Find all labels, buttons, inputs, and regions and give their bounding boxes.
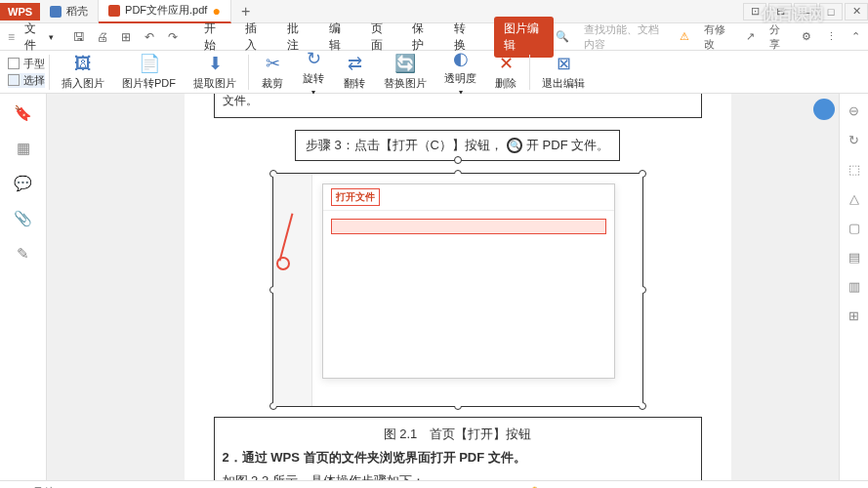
replace-image-tool[interactable]: 🔄替换图片	[376, 53, 434, 91]
user-avatar[interactable]	[813, 99, 835, 120]
quick-access: 🖫 🖨 ⊞ ↶ ↷	[71, 29, 181, 45]
rotate-tool[interactable]: ↻旋转▾	[294, 48, 333, 97]
opacity-tool[interactable]: ◐透明度▾	[436, 48, 484, 97]
inner-sidebar	[273, 174, 312, 406]
tab-start[interactable]: 开始	[202, 17, 227, 58]
delete-icon: ✕	[494, 53, 517, 74]
attachment-icon[interactable]: 📎	[14, 209, 33, 228]
img-to-pdf-icon: 📄	[138, 53, 161, 74]
tab-insert[interactable]: 插入	[243, 17, 268, 58]
replace-icon: 🔄	[393, 53, 417, 74]
list-icon[interactable]: ▥	[846, 277, 863, 295]
figure-caption: 图 2.1 首页【打开】按钮	[223, 426, 693, 443]
crop-icon[interactable]: ⬚	[846, 160, 863, 178]
menubar: ≡ 文件 ▾ 🖫 🖨 ⊞ ↶ ↷ 开始 插入 批注 编辑 页面 保护 转换 图片…	[0, 23, 868, 51]
step-text-a: 步骤 3：点击【打开（C）】按钮，	[306, 137, 503, 154]
document-viewport[interactable]: ⊖ ↻ ⬚ △ ▢ ▤ ▥ ⊞ 文件。 步骤 3：点击【打开（C）】按钮， 🔍 …	[47, 94, 868, 480]
file-label: 文件	[24, 20, 46, 54]
hand-tool[interactable]: 手型	[8, 57, 45, 71]
search-icon[interactable]: 🔍	[556, 30, 569, 43]
extract-image-tool[interactable]: ⬇提取图片	[186, 53, 244, 91]
daoke-icon	[50, 6, 62, 18]
menu-right: 🔍 查找功能、文档内容 ⚠ 有修改 ↗ 分享 ⚙ ⋮ ⌃	[556, 22, 860, 52]
redo-icon[interactable]: ↷	[165, 29, 181, 45]
warning-icon: ⚠	[680, 30, 689, 43]
exit-icon: ⊠	[552, 53, 575, 74]
step-text-b: 开 PDF 文件。	[526, 137, 609, 154]
text-line: 文件。	[223, 94, 693, 109]
annotation-circle	[276, 257, 290, 270]
tab-label: 稻壳	[66, 4, 88, 19]
caption-box: 图 2.1 首页【打开】按钮 2．通过 WPS 首页的文件夹浏览界面打开 PDF…	[214, 417, 702, 480]
chevron-down-icon: ▾	[49, 32, 54, 42]
signature-icon[interactable]: ✎	[14, 244, 33, 264]
insert-image-tool[interactable]: 🖼插入图片	[54, 53, 112, 91]
dialog-title: 打开文件	[323, 184, 614, 211]
exit-edit-tool[interactable]: ⊠退出编辑	[534, 53, 593, 91]
file-list	[323, 211, 614, 256]
embedded-screenshot: 打开文件	[273, 174, 642, 406]
right-sidebar: ⊖ ↻ ⬚ △ ▢ ▤ ▥ ⊞	[839, 94, 868, 480]
modified-label: 有修改	[704, 22, 731, 52]
share-icon[interactable]: ↗	[746, 30, 755, 43]
save-icon[interactable]: 🖫	[71, 29, 87, 45]
hand-icon	[8, 58, 20, 69]
rotate-icon: ↻	[302, 48, 325, 69]
opacity-icon: ◐	[449, 48, 473, 69]
menu-grip-icon: ≡	[8, 30, 15, 44]
undo-icon[interactable]: ↶	[142, 29, 157, 45]
expand-icon[interactable]: ⌃	[851, 30, 860, 43]
toolbar: 手型 选择 🖼插入图片 📄图片转PDF ⬇提取图片 ✂裁剪 ↻旋转▾ ⇄翻转 🔄…	[0, 51, 868, 94]
pdf-page: 文件。 步骤 3：点击【打开（C）】按钮， 🔍 开 PDF 文件。	[185, 94, 731, 480]
main-area: 🔖 ▦ 💬 📎 ✎ ⊖ ↻ ⬚ △ ▢ ▤ ▥ ⊞ 文件。 步骤 3：点击【打开…	[0, 94, 868, 480]
settings-icon[interactable]: ⚙	[802, 30, 811, 43]
file-row-selected	[331, 219, 606, 234]
magnifier-icon: 🔍	[507, 138, 522, 153]
left-sidebar: 🔖 ▦ 💬 📎 ✎	[0, 94, 47, 480]
bookmark-icon[interactable]: 🔖	[14, 103, 33, 123]
caption-bold: 2．通过 WPS 首页的文件夹浏览界面打开 PDF 文件。	[223, 449, 693, 467]
comment-icon[interactable]: 💬	[14, 174, 33, 193]
tab-image-edit[interactable]: 图片编辑	[494, 17, 554, 58]
search-placeholder[interactable]: 查找功能、文档内容	[584, 22, 665, 52]
flip-tool[interactable]: ⇄翻转	[335, 53, 374, 91]
selected-image[interactable]: 打开文件	[272, 173, 643, 407]
insert-image-icon: 🖼	[71, 53, 95, 74]
gallery-icon[interactable]: ▢	[846, 219, 863, 236]
rotate-handle[interactable]	[454, 156, 462, 164]
caption-text: 如图 2.2 所示，具体操作步骤如下：	[223, 472, 693, 480]
text-box-1: 文件。	[214, 94, 702, 118]
pdf-icon	[108, 5, 120, 17]
more-icon[interactable]: ⋮	[826, 30, 837, 43]
file-row	[331, 234, 606, 248]
doc-icon[interactable]: ▤	[846, 248, 863, 265]
tab-protect[interactable]: 保护	[410, 17, 434, 58]
tab-page[interactable]: 页面	[369, 17, 393, 58]
zoom-out-icon[interactable]: ⊖	[846, 102, 863, 119]
warning-icon[interactable]: △	[846, 189, 863, 207]
delete-tool[interactable]: ✕删除	[486, 53, 525, 91]
img-to-pdf-tool[interactable]: 📄图片转PDF	[114, 53, 184, 91]
flip-icon: ⇄	[343, 53, 366, 74]
qr-icon[interactable]: ⊞	[118, 29, 134, 45]
tool-mode-group: 手型 选择	[8, 57, 45, 88]
file-menu[interactable]: 文件 ▾	[17, 19, 62, 56]
extract-image-icon: ⬇	[203, 53, 227, 74]
share-label[interactable]: 分享	[769, 22, 787, 52]
select-icon	[8, 74, 20, 86]
tab-label: PDF文件应用.pdf	[125, 3, 207, 18]
ribbon-tabs: 开始 插入 批注 编辑 页面 保护 转换 图片编辑	[202, 17, 555, 58]
watermark: 优百课网	[762, 5, 824, 25]
print-icon[interactable]: 🖨	[95, 29, 110, 45]
refresh-icon[interactable]: ↻	[846, 131, 863, 148]
close-button[interactable]: ✕	[845, 3, 868, 20]
statusbar: ▣ 导航 ⏮ ‹ › ⏭ ⊡ ⊟ ✎ ✋ ▷ ⚙ ▯ ▮ ▯▯ ⊡ 100% −…	[0, 480, 868, 488]
open-file-dialog: 打开文件	[322, 183, 615, 379]
crop-icon: ✂	[261, 53, 284, 74]
crop-tool[interactable]: ✂裁剪	[253, 53, 292, 91]
thumbnail-icon[interactable]: ▦	[14, 139, 33, 158]
select-tool[interactable]: 选择	[8, 73, 45, 88]
more-icon[interactable]: ⊞	[846, 306, 863, 324]
